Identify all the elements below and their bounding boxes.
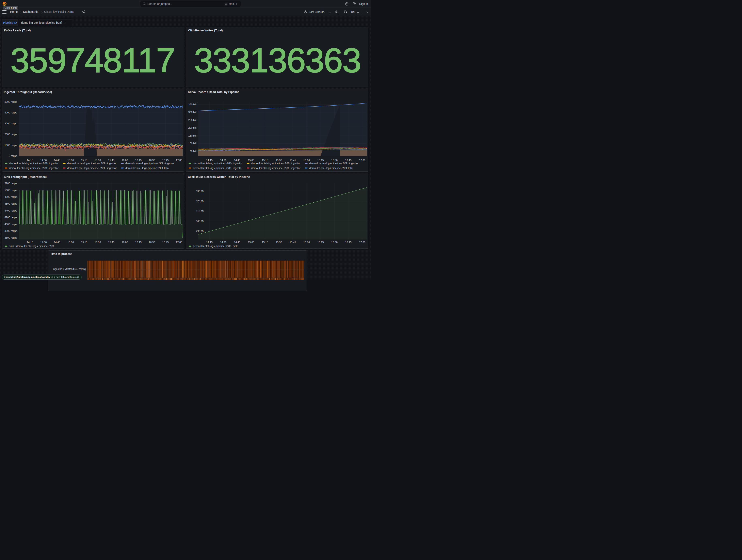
- svg-text:sink - demo-llm-otel-logs-pipe: sink - demo-llm-otel-logs-pipeline-b98f: [9, 245, 54, 248]
- svg-text:demo-llm-otel-logs-pipeline-b9: demo-llm-otel-logs-pipeline-b98f - inges…: [309, 162, 359, 165]
- svg-text:demo-llm-otel-logs-pipeline-b9: demo-llm-otel-logs-pipeline-b98f Total: [309, 166, 353, 169]
- svg-text:demo-llm-otel-logs-pipeline-b9: demo-llm-otel-logs-pipeline-b98f - inges…: [9, 166, 58, 169]
- svg-text:demo-llm-otel-logs-pipeline-b9: demo-llm-otel-logs-pipeline-b98f - inges…: [251, 166, 301, 169]
- svg-text:demo-llm-otel-logs-pipeline-b9: demo-llm-otel-logs-pipeline-b98f - inges…: [67, 162, 117, 165]
- svg-text:demo-llm-otel-logs-pipeline-b9: demo-llm-otel-logs-pipeline-b98f - inges…: [125, 162, 175, 165]
- svg-text:demo-llm-otel-logs-pipeline-b9: demo-llm-otel-logs-pipeline-b98f - inges…: [193, 166, 243, 169]
- svg-text:demo-llm-otel-logs-pipeline-b9: demo-llm-otel-logs-pipeline-b98f - sink: [193, 245, 238, 248]
- svg-text:demo-llm-otel-logs-pipeline-b9: demo-llm-otel-logs-pipeline-b98f Total: [125, 166, 169, 169]
- svg-text:demo-llm-otel-logs-pipeline-b9: demo-llm-otel-logs-pipeline-b98f - inges…: [9, 162, 58, 165]
- svg-text:demo-llm-otel-logs-pipeline-b9: demo-llm-otel-logs-pipeline-b98f - inges…: [67, 166, 117, 169]
- svg-text:demo-llm-otel-logs-pipeline-b9: demo-llm-otel-logs-pipeline-b98f - inges…: [251, 162, 301, 165]
- svg-text:demo-llm-otel-logs-pipeline-b9: demo-llm-otel-logs-pipeline-b98f - inges…: [193, 162, 243, 165]
